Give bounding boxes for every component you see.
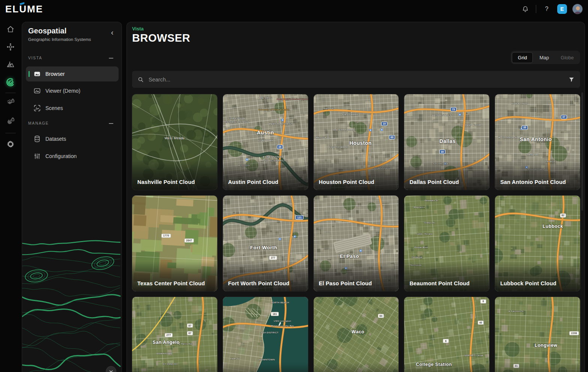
card-title: Beaumont Point Cloud — [409, 280, 469, 286]
svg-text:USS Lexington: USS Lexington — [274, 319, 291, 322]
dataset-card[interactable]: 312208E Fairmont StLongview — [495, 297, 580, 372]
dataset-card[interactable]: Delaware StRegina LnGladys AvCalder Terr… — [404, 196, 489, 291]
svg-text:Museum on the Bay: Museum on the Bay — [271, 324, 294, 327]
card-title: Lubbock Point Cloud — [500, 280, 556, 286]
card-footer: Beaumont Point Cloud — [404, 261, 489, 291]
logo-text: EL — [5, 3, 19, 15]
view-toggle-grid[interactable]: Grid — [512, 52, 533, 63]
svg-text:Longview: Longview — [535, 343, 557, 348]
chevron-left-icon: ‹ — [111, 28, 114, 36]
card-title: Fort Worth Point Cloud — [228, 280, 290, 286]
svg-text:Memorial Dr: Memorial Dr — [316, 136, 330, 139]
card-footer: Fort Worth Point Cloud — [223, 261, 308, 291]
sidebar-item-label: Viewer (Demo) — [45, 88, 80, 94]
section-header-vista: VISTA — [28, 56, 42, 60]
sidebar-item-configuration[interactable]: Configuration — [26, 149, 119, 164]
svg-text:Houston: Houston — [349, 140, 371, 146]
svg-text:FIRST WARD: FIRST WARD — [342, 113, 358, 116]
sidebar-item-label: Browser — [45, 71, 65, 77]
user-avatar[interactable] — [572, 4, 583, 14]
view-toggle-globe[interactable]: Globe — [555, 52, 579, 63]
svg-text:SEA DISTRICT: SEA DISTRICT — [261, 331, 278, 334]
svg-text:35: 35 — [278, 146, 281, 148]
sidebar-item-scenes[interactable]: Scenes — [26, 101, 119, 116]
dataset-card[interactable]: West Meade Nashville Point Cloud — [132, 94, 217, 190]
settings-gear-icon — [6, 140, 15, 149]
sidebar-item-viewer[interactable]: Viewer (Demo) — [26, 83, 119, 98]
card-title: Nashville Point Cloud — [137, 179, 195, 185]
rail-divider — [5, 133, 16, 133]
svg-text:FIVE POINTS: FIVE POINTS — [512, 102, 528, 105]
dataset-card[interactable]: 2778767E Harris AveDOWNTOWNFT CONCHOSan … — [132, 297, 217, 372]
section-collapse-vista[interactable] — [107, 56, 116, 61]
rail-settings-button[interactable] — [3, 137, 18, 152]
sidebar-item-browser[interactable]: Browser — [26, 66, 119, 81]
card-title: San Antonio Point Cloud — [500, 179, 566, 185]
card-title: Houston Point Cloud — [319, 179, 374, 185]
section-collapse-manage[interactable] — [107, 121, 116, 126]
svg-text:HISTORIC DISTRICT: HISTORIC DISTRICT — [224, 120, 249, 123]
filter-funnel-icon — [568, 76, 575, 83]
search-input[interactable] — [148, 76, 568, 83]
dataset-card[interactable]: 84Waco — [314, 297, 399, 372]
card-footer: Dallas Point Cloud — [404, 160, 489, 190]
dataset-card[interactable]: 82Lubbock Lubbock Point Cloud — [495, 196, 580, 291]
bell-icon — [522, 5, 529, 13]
view-toggle-map[interactable]: Map — [534, 52, 555, 63]
svg-text:Delaware St: Delaware St — [425, 199, 438, 202]
module-rail — [0, 18, 21, 372]
dataset-card[interactable]: 3537FIVE POINTSW Commerce StARSENALLAVAC… — [495, 94, 580, 190]
svg-text:E Fairmont St: E Fairmont St — [509, 310, 524, 312]
vertical-scrollbar[interactable] — [581, 92, 583, 211]
map-thumbnail: 2778767E Harris AveDOWNTOWNFT CONCHOSan … — [132, 297, 217, 372]
rail-terrain-button[interactable] — [3, 57, 18, 72]
help-button[interactable]: ? — [541, 4, 552, 14]
svg-text:37: 37 — [562, 116, 565, 118]
filter-button[interactable] — [568, 76, 575, 83]
rail-layers-locked-button[interactable] — [3, 95, 18, 110]
sidebar-item-datasets[interactable]: Datasets — [26, 131, 119, 146]
card-title: Dallas Point Cloud — [409, 179, 459, 185]
dataset-card[interactable]: 121277Fort Worth Fort Worth Point Cloud — [223, 196, 308, 291]
dataset-card[interactable]: 1069Katy FwyFIRST WARDOLD SIXTH WARDMemo… — [314, 94, 399, 190]
app-logo: ELUME — [5, 3, 43, 15]
dataset-card[interactable]: 181NORTH BEACHUSS LexingtonMuseum on the… — [223, 297, 308, 372]
sidebar-collapse-button[interactable]: ‹ — [107, 27, 117, 37]
dataset-card[interactable]: 35THE DRAGCLARKSVILLEHISTORIC DISTRICTME… — [223, 94, 308, 190]
dataset-card[interactable]: 7530ARTS DISTRICTDEEP ELLUMSOUTH SIDEDal… — [404, 94, 489, 190]
svg-text:El Paso: El Paso — [340, 253, 359, 259]
dataset-card[interactable]: 17702647 Texas Center Point Cloud — [132, 196, 217, 291]
svg-text:Lubbock: Lubbock — [543, 224, 563, 229]
notifications-button[interactable] — [520, 4, 531, 14]
svg-text:RAINEY STREET: RAINEY STREET — [263, 155, 283, 158]
rail-network-button[interactable] — [3, 39, 18, 54]
card-title: Austin Point Cloud — [228, 179, 278, 185]
topo-contours-decoration — [22, 240, 122, 372]
rail-annotate-locked-button[interactable] — [3, 113, 18, 128]
dataset-card[interactable]: El Paso El Paso Point Cloud — [314, 196, 399, 291]
svg-text:82: 82 — [562, 214, 565, 217]
svg-text:35: 35 — [523, 126, 526, 129]
svg-text:Saint David's Medical Center: Saint David's Medical Center — [277, 98, 308, 100]
card-footer — [223, 363, 308, 372]
map-thumbnail: 84Waco — [314, 297, 399, 372]
svg-text:Waco: Waco — [351, 329, 364, 334]
svg-text:MEDICAL DISTRICT: MEDICAL DISTRICT — [269, 122, 293, 125]
search-icon — [137, 76, 144, 83]
image-icon — [33, 70, 41, 78]
rail-home-button[interactable] — [3, 22, 18, 37]
rail-geospatial-button[interactable] — [3, 75, 18, 90]
svg-text:6: 6 — [483, 300, 484, 303]
sidebar-item-label: Configuration — [45, 153, 77, 159]
svg-text:121: 121 — [297, 216, 302, 219]
geospatial-rings-icon — [6, 77, 15, 87]
svg-text:San Antonio: San Antonio — [520, 136, 552, 142]
svg-text:277: 277 — [167, 334, 171, 336]
app-switcher-button[interactable]: E — [557, 4, 567, 14]
section-header-manage: MANAGE — [28, 121, 49, 125]
svg-text:6: 6 — [445, 340, 447, 342]
svg-text:75: 75 — [452, 108, 455, 111]
dataset-card[interactable]: 6406SORORITY ROWTHE GABLESAPARTMENTSColl… — [404, 297, 489, 372]
svg-text:DOWNTOWN: DOWNTOWN — [258, 139, 273, 142]
svg-text:Fort Worth: Fort Worth — [250, 245, 277, 250]
